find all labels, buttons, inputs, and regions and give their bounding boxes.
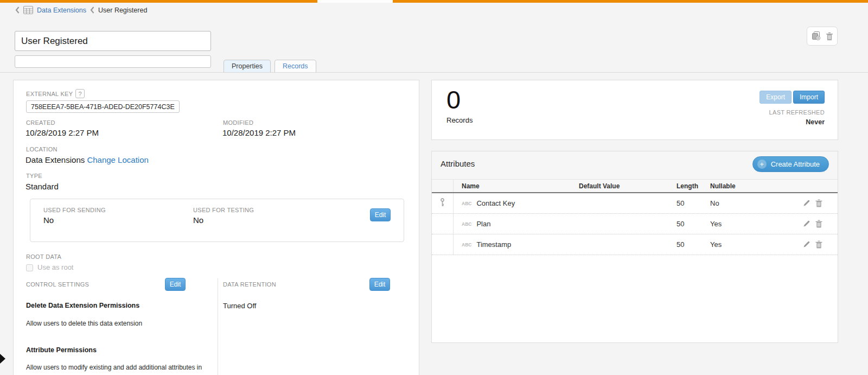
settings-vertical-divider bbox=[218, 278, 218, 375]
text-type-icon: ABC bbox=[462, 221, 471, 227]
import-button[interactable]: Import bbox=[793, 91, 825, 104]
properties-panel: EXTERNAL KEY ? CREATED 10/28/2019 2:27 P… bbox=[13, 80, 419, 375]
data-extension-grid-icon bbox=[23, 6, 33, 14]
column-header-nullable: Nullable bbox=[706, 182, 768, 190]
extension-name-input[interactable] bbox=[15, 31, 211, 51]
external-key-input[interactable] bbox=[26, 100, 180, 113]
export-button[interactable]: Export bbox=[760, 91, 792, 104]
primary-key-cell bbox=[432, 193, 454, 213]
back-chevron-icon[interactable] bbox=[15, 7, 20, 14]
attributes-panel: Attributes + Create Attribute Name Defau… bbox=[431, 151, 838, 343]
top-accent-bar-gap bbox=[317, 0, 393, 3]
usage-settings-box: USED FOR SENDING No USED FOR TESTING No … bbox=[30, 199, 404, 242]
edit-attribute-pencil-icon[interactable] bbox=[803, 199, 810, 207]
created-value: 10/28/2019 2:27 PM bbox=[25, 128, 99, 137]
attribute-length: 50 bbox=[673, 199, 706, 207]
header-divider bbox=[0, 72, 868, 73]
attribute-nullable: Yes bbox=[706, 240, 768, 249]
modified-label: MODIFIED bbox=[223, 119, 253, 126]
column-header-default-value: Default Value bbox=[576, 182, 673, 190]
attribute-name-cell: ABC Contact Key bbox=[454, 199, 576, 207]
primary-key-column-header bbox=[432, 180, 454, 192]
records-count: 0 bbox=[446, 85, 461, 115]
attribute-length: 50 bbox=[673, 240, 706, 249]
used-for-sending-value: No bbox=[43, 215, 54, 225]
breadcrumb: Data Extensions User Registered bbox=[15, 6, 147, 14]
copy-icon[interactable] bbox=[811, 31, 821, 41]
usage-edit-button[interactable]: Edit bbox=[370, 208, 391, 221]
last-refreshed-label: LAST REFRESHED bbox=[769, 109, 825, 116]
type-value: Standard bbox=[25, 182, 59, 191]
primary-key-icon bbox=[440, 198, 445, 209]
created-label: CREATED bbox=[26, 119, 55, 126]
attribute-name-cell: ABC Timestamp bbox=[454, 240, 576, 249]
attribute-row: ABC Timestamp 50 Yes bbox=[432, 234, 838, 255]
data-retention-edit-button[interactable]: Edit bbox=[369, 278, 390, 291]
delete-attribute-trash-icon[interactable] bbox=[815, 240, 822, 249]
location-value: Data Extensions Change Location bbox=[25, 155, 149, 164]
column-header-length: Length bbox=[673, 182, 706, 190]
root-data-label: ROOT DATA bbox=[26, 253, 61, 260]
used-for-testing-value: No bbox=[193, 215, 203, 225]
location-label: LOCATION bbox=[26, 146, 58, 152]
breadcrumb-chevron-icon bbox=[90, 7, 94, 14]
last-refreshed-value: Never bbox=[806, 118, 825, 126]
delete-attribute-trash-icon[interactable] bbox=[815, 199, 822, 207]
delete-permissions-title: Delete Data Extension Permissions bbox=[26, 302, 139, 309]
attribute-length: 50 bbox=[673, 220, 706, 228]
breadcrumb-root-link[interactable]: Data Extensions bbox=[37, 7, 86, 14]
control-settings-label: CONTROL SETTINGS bbox=[26, 281, 89, 288]
attribute-actions bbox=[768, 220, 838, 228]
expand-sidebar-arrow-icon[interactable] bbox=[0, 354, 5, 364]
delete-extension-trash-icon[interactable] bbox=[826, 32, 833, 41]
external-key-label: EXTERNAL KEY bbox=[26, 91, 73, 97]
breadcrumb-current: User Registered bbox=[98, 7, 147, 14]
attribute-name: Contact Key bbox=[476, 199, 515, 207]
attribute-name: Timestamp bbox=[476, 240, 511, 249]
attribute-actions bbox=[768, 240, 838, 249]
data-retention-value: Turned Off bbox=[223, 302, 256, 310]
records-count-label: Records bbox=[446, 116, 473, 124]
attribute-actions bbox=[768, 199, 838, 207]
attributes-panel-header: Attributes + Create Attribute bbox=[432, 151, 838, 180]
change-location-link[interactable]: Change Location bbox=[87, 155, 148, 164]
attribute-permissions-title: Attribute Permissions bbox=[26, 346, 97, 354]
attributes-title: Attributes bbox=[441, 159, 475, 168]
attribute-row: ABC Contact Key 50 No bbox=[432, 193, 838, 214]
column-header-name: Name bbox=[454, 182, 576, 190]
extension-actions-group bbox=[807, 27, 838, 46]
use-as-root-label: Use as root bbox=[37, 263, 73, 271]
edit-attribute-pencil-icon[interactable] bbox=[803, 220, 810, 228]
primary-key-cell bbox=[432, 214, 454, 234]
tab-properties[interactable]: Properties bbox=[224, 60, 271, 73]
extension-description-input[interactable] bbox=[15, 55, 211, 68]
delete-permissions-desc: Allow users to delete this data extensio… bbox=[26, 320, 142, 327]
type-label: TYPE bbox=[26, 173, 42, 179]
text-type-icon: ABC bbox=[462, 201, 471, 206]
location-folder: Data Extensions bbox=[25, 155, 85, 164]
help-icon[interactable]: ? bbox=[75, 89, 85, 98]
attribute-name: Plan bbox=[476, 220, 490, 228]
data-retention-label: DATA RETENTION bbox=[223, 281, 276, 288]
attribute-nullable: No bbox=[706, 199, 768, 207]
used-for-testing-label: USED FOR TESTING bbox=[193, 207, 254, 213]
attributes-table-header: Name Default Value Length Nullable bbox=[432, 180, 838, 193]
attribute-row: ABC Plan 50 Yes bbox=[432, 214, 838, 234]
delete-attribute-trash-icon[interactable] bbox=[815, 220, 822, 228]
modified-value: 10/28/2019 2:27 PM bbox=[222, 128, 296, 137]
attribute-name-cell: ABC Plan bbox=[454, 220, 576, 228]
top-accent-bar bbox=[0, 0, 868, 3]
text-type-icon: ABC bbox=[462, 242, 471, 247]
create-attribute-label: Create Attribute bbox=[771, 160, 820, 168]
attribute-permissions-desc: Allow users to modify existing and add a… bbox=[26, 364, 202, 371]
records-panel: 0 Records Export Import LAST REFRESHED N… bbox=[431, 80, 838, 140]
used-for-sending-label: USED FOR SENDING bbox=[43, 207, 106, 213]
use-as-root-checkbox[interactable] bbox=[26, 264, 33, 271]
edit-attribute-pencil-icon[interactable] bbox=[803, 240, 810, 249]
primary-key-cell bbox=[432, 234, 454, 255]
view-tabs: Properties Records bbox=[224, 60, 316, 73]
control-settings-edit-button[interactable]: Edit bbox=[165, 278, 186, 291]
tab-records[interactable]: Records bbox=[275, 60, 316, 73]
create-attribute-button[interactable]: + Create Attribute bbox=[752, 156, 829, 172]
attribute-nullable: Yes bbox=[706, 220, 768, 228]
